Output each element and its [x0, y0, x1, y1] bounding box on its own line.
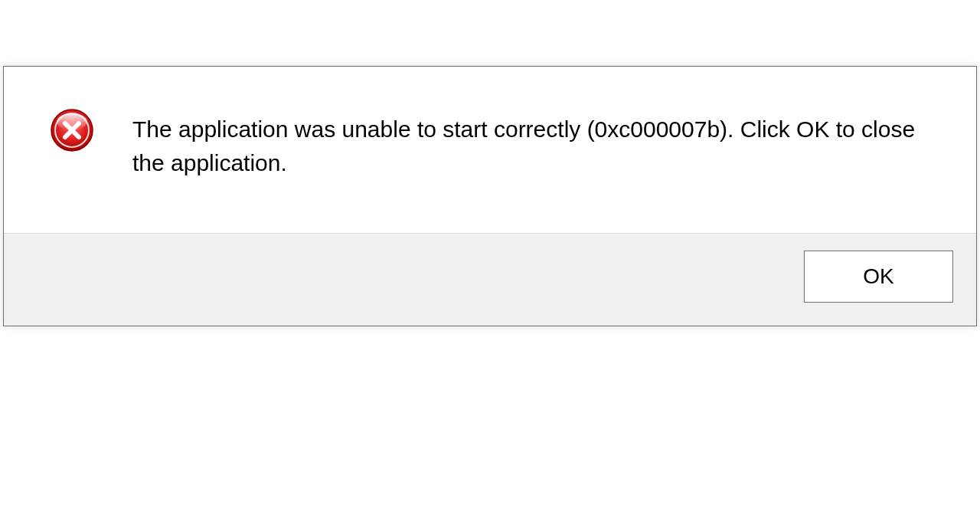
- dialog-footer: OK: [4, 233, 976, 326]
- dialog-message: The application was unable to start corr…: [132, 113, 929, 179]
- dialog-body: The application was unable to start corr…: [4, 67, 976, 233]
- error-icon: [50, 108, 94, 156]
- error-dialog: The application was unable to start corr…: [3, 66, 977, 326]
- ok-button[interactable]: OK: [804, 251, 953, 303]
